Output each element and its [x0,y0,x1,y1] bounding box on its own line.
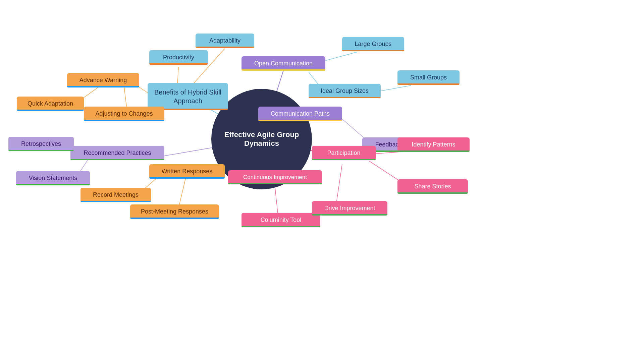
comm-paths-node: Communication Paths [258,107,342,121]
vision-label: Vision Statements [29,174,77,182]
retrospectives-node: Retrospectives [8,137,74,151]
small-groups-label: Small Groups [410,74,447,81]
participation-node: Participation [312,146,376,160]
columinity-node: Columinity Tool [241,213,320,227]
adjusting-node: Adjusting to Changes [84,107,164,121]
large-groups-label: Large Groups [355,40,391,48]
quick-adaptation-node: Quick Adaptation [17,97,84,111]
drive-node: Drive Improvement [312,201,387,216]
written-node: Written Responses [149,164,225,179]
continuous-label: Continuous Improvement [243,174,307,181]
advance-warning-label: Advance Warning [79,76,127,84]
recommended-node: Recommended Practices [70,146,164,160]
adjusting-label: Adjusting to Changes [95,110,153,118]
identify-node: Identify Patterns [397,137,470,152]
open-comm-label: Open Communication [254,60,313,67]
ideal-group-node: Ideal Group Sizes [309,84,381,98]
record-node: Record Meetings [80,188,151,202]
ideal-group-label: Ideal Group Sizes [321,87,369,95]
comm-paths-label: Communication Paths [271,110,330,118]
productivity-node: Productivity [149,50,208,65]
record-label: Record Meetings [93,191,139,199]
drive-label: Drive Improvement [324,204,375,212]
productivity-label: Productivity [163,54,194,61]
post-meeting-label: Post-Meeting Responses [141,208,208,216]
quick-adaptation-label: Quick Adaptation [28,100,73,108]
retrospectives-label: Retrospectives [21,140,61,148]
small-groups-node: Small Groups [397,70,460,85]
participation-label: Participation [327,149,360,157]
columinity-label: Columinity Tool [261,216,302,224]
adaptability-node: Adaptability [196,34,254,48]
large-groups-node: Large Groups [342,37,404,51]
benefits-node: Benefits of Hybrid Skill Approach [148,83,228,110]
share-label: Share Stories [414,183,451,190]
identify-label: Identify Patterns [412,141,455,148]
center-label: Effective Agile Group Dynamics [211,130,312,148]
adaptability-label: Adaptability [209,37,240,45]
post-meeting-node: Post-Meeting Responses [130,204,219,219]
share-node: Share Stories [397,179,468,194]
open-comm-node: Open Communication [241,56,325,71]
benefits-label: Benefits of Hybrid Skill Approach [154,88,222,105]
written-label: Written Responses [162,168,213,175]
continuous-node: Continuous Improvement [228,170,322,184]
vision-node: Vision Statements [16,171,90,185]
advance-warning-node: Advance Warning [67,73,139,87]
recommended-label: Recommended Practices [84,149,151,157]
